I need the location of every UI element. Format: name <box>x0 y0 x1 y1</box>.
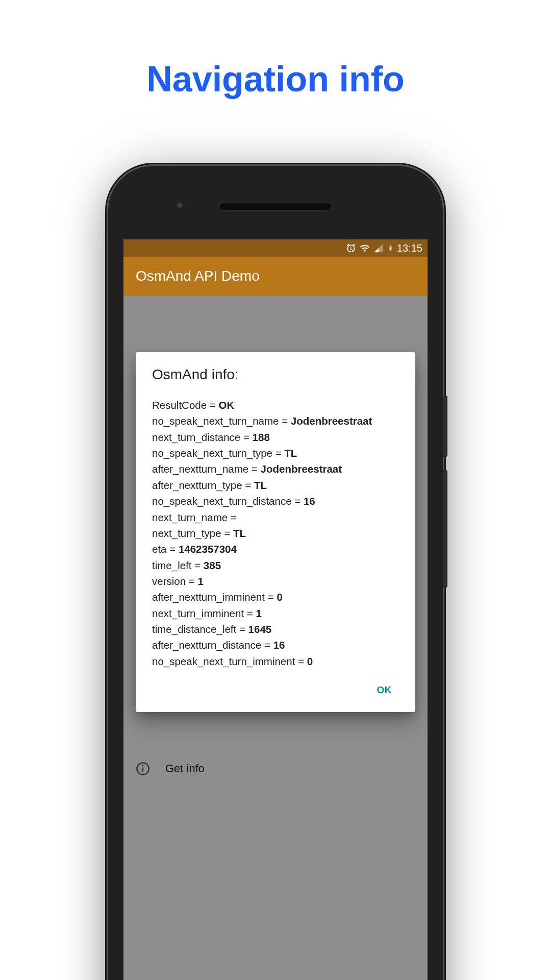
dialog-field-row: eta = 1462357304 <box>152 541 399 557</box>
status-time: 13:15 <box>397 242 422 254</box>
ok-button[interactable]: OK <box>370 679 399 701</box>
equals-sign: = <box>186 575 197 587</box>
dialog-field-value: 1645 <box>248 623 272 635</box>
dialog-field-row: no_speak_next_turn_distance = 16 <box>152 493 399 509</box>
equals-sign: = <box>240 431 252 443</box>
phone-camera-dot <box>177 202 185 210</box>
dialog-field-key: version <box>152 575 186 587</box>
dialog-actions: OK <box>152 675 399 707</box>
dialog-field-key: no_speak_next_turn_imminent <box>152 655 295 667</box>
dialog-field-key: time_distance_left <box>152 623 236 635</box>
dialog-field-value: TL <box>254 479 267 491</box>
equals-sign: = <box>292 495 304 507</box>
dialog-field-row: ResultCode = OK <box>152 397 399 413</box>
phone-power-button <box>443 396 447 457</box>
dialog-field-value: TL <box>233 527 246 539</box>
dialog-field-key: after_nextturn_distance <box>152 639 261 651</box>
dialog-field-value: 16 <box>304 495 315 507</box>
page-title: Navigation info <box>0 59 551 100</box>
dialog-title: OsmAnd info: <box>152 366 399 383</box>
equals-sign: = <box>272 447 284 459</box>
dialog-field-key: after_nextturn_name <box>152 463 248 475</box>
dialog-field-value: Jodenbreestraat <box>291 415 372 427</box>
dialog-field-value: 16 <box>273 639 285 651</box>
dialog-field-row: no_speak_next_turn_name = Jodenbreestraa… <box>152 413 399 429</box>
dialog-field-value: 0 <box>277 591 282 603</box>
equals-sign: = <box>228 511 237 523</box>
equals-sign: = <box>221 527 233 539</box>
dialog-field-row: next_turn_name = <box>152 509 399 525</box>
dialog-field-value: 1 <box>256 607 261 619</box>
dialog-field-key: no_speak_next_turn_type <box>152 447 272 459</box>
dialog-field-value: 0 <box>307 655 313 667</box>
app-content: Get info OsmAnd info: ResultCode = OKno_… <box>123 296 428 980</box>
phone-frame: 13:15 OsmAnd API Demo Get info OsmAnd in… <box>108 166 443 980</box>
equals-sign: = <box>207 399 218 411</box>
equals-sign: = <box>261 639 273 651</box>
dialog-field-row: version = 1 <box>152 573 399 589</box>
dialog-field-value: 188 <box>253 431 270 443</box>
dialog-field-key: no_speak_next_turn_name <box>152 415 279 427</box>
dialog-field-key: next_turn_type <box>152 527 221 539</box>
dialog-field-row: after_nextturn_distance = 16 <box>152 637 399 653</box>
dialog-field-value: OK <box>219 399 235 411</box>
dialog-field-value: 1462357304 <box>179 543 237 555</box>
dialog-field-key: after_nextturn_type <box>152 479 242 491</box>
dialog-field-key: next_turn_name <box>152 511 228 523</box>
dialog-field-key: after_nextturn_imminent <box>152 591 265 603</box>
dialog-field-value: TL <box>284 447 297 459</box>
dialog-field-row: no_speak_next_turn_type = TL <box>152 445 399 461</box>
dialog-field-row: time_left = 385 <box>152 557 399 573</box>
dialog-field-row: no_speak_next_turn_imminent = 0 <box>152 653 399 669</box>
app-bar: OsmAnd API Demo <box>123 257 428 296</box>
dialog-field-row: after_nextturn_imminent = 0 <box>152 589 399 605</box>
equals-sign: = <box>295 655 307 667</box>
alarm-icon <box>346 243 356 253</box>
equals-sign: = <box>167 543 179 555</box>
signal-icon <box>373 243 384 253</box>
battery-charging-icon <box>387 243 394 253</box>
equals-sign: = <box>236 623 248 635</box>
dialog-field-value: 385 <box>204 559 221 571</box>
dialog-field-value: Jodenbreestraat <box>261 463 342 475</box>
dialog-field-row: next_turn_imminent = 1 <box>152 605 399 621</box>
dialog-field-key: no_speak_next_turn_distance <box>152 495 292 507</box>
equals-sign: = <box>265 591 277 603</box>
dialog-field-row: next_turn_type = TL <box>152 525 399 541</box>
wifi-icon <box>359 243 370 253</box>
equals-sign: = <box>248 463 260 475</box>
dialog-field-key: time_left <box>152 559 191 571</box>
dialog-field-key: next_turn_distance <box>152 431 240 443</box>
dialog-field-row: time_distance_left = 1645 <box>152 621 399 637</box>
dialog-field-row: after_nextturn_type = TL <box>152 477 399 493</box>
dialog-body: ResultCode = OKno_speak_next_turn_name =… <box>152 397 399 669</box>
phone-screen: 13:15 OsmAnd API Demo Get info OsmAnd in… <box>123 239 428 980</box>
dialog-field-value: 1 <box>197 575 203 587</box>
info-dialog: OsmAnd info: ResultCode = OKno_speak_nex… <box>136 352 415 712</box>
dialog-field-row: after_nextturn_name = Jodenbreestraat <box>152 461 399 477</box>
dialog-field-key: ResultCode <box>152 399 207 411</box>
phone-volume-button <box>443 470 447 587</box>
equals-sign: = <box>279 415 290 427</box>
status-bar: 13:15 <box>123 239 428 257</box>
equals-sign: = <box>191 559 203 571</box>
equals-sign: = <box>242 479 254 491</box>
dialog-field-row: next_turn_distance = 188 <box>152 429 399 445</box>
app-bar-title: OsmAnd API Demo <box>136 268 260 284</box>
dialog-field-key: eta <box>152 543 167 555</box>
equals-sign: = <box>244 607 256 619</box>
dialog-field-key: next_turn_imminent <box>152 607 244 619</box>
